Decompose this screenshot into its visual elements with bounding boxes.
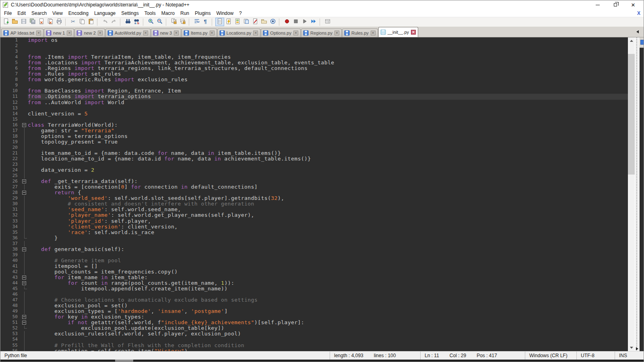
undo-button[interactable] — [101, 18, 109, 26]
status-encoding[interactable]: UTF-8 — [576, 352, 615, 360]
tab-regions.py[interactable]: Regions.py✕ — [301, 29, 342, 37]
tab-close-icon[interactable]: ✕ — [36, 31, 41, 35]
fold-collapse-marker[interactable] — [21, 275, 28, 280]
tab-ap-ideas.txt[interactable]: AP Ideas.txt✕ — [1, 29, 43, 37]
code-text — [28, 43, 628, 49]
tab-new-1[interactable]: new 1✕ — [44, 29, 74, 37]
close-all-button[interactable] — [46, 18, 55, 26]
scrollbar-thumb[interactable] — [628, 54, 635, 175]
menu-close-document-button[interactable]: X — [637, 10, 640, 16]
view-splitter-handle[interactable] — [635, 37, 640, 351]
minimize-button[interactable] — [589, 0, 607, 9]
fold-collapse-marker[interactable] — [21, 280, 28, 286]
monitoring-button[interactable] — [268, 18, 277, 26]
macro-play-button[interactable] — [300, 18, 309, 26]
sync-horizontal-scroll-button[interactable] — [178, 18, 187, 26]
restore-button[interactable] — [607, 0, 624, 9]
tab-items.py[interactable]: Items.py✕ — [182, 29, 217, 37]
tab-new-3[interactable]: new 3✕ — [151, 29, 181, 37]
code-line-39: 39 — [0, 252, 628, 258]
fold-collapse-marker[interactable] — [21, 179, 28, 184]
fold-collapse-marker[interactable] — [21, 247, 28, 252]
status-insert-mode[interactable]: INS — [615, 352, 644, 360]
folder-as-workspace-button[interactable] — [260, 18, 268, 26]
tab-close-icon[interactable]: ✕ — [143, 31, 148, 35]
macro-record-button[interactable] — [283, 18, 291, 26]
tab-rules.py[interactable]: Rules.py✕ — [342, 29, 378, 37]
macro-play-icon — [301, 18, 308, 26]
new-file-button[interactable] — [2, 18, 10, 26]
menu-language[interactable]: Language — [91, 10, 118, 17]
paste-button[interactable] — [87, 18, 95, 26]
redo-button[interactable] — [109, 18, 118, 26]
tab-new-2[interactable]: new 2✕ — [74, 29, 105, 37]
replace-button[interactable]: ab — [132, 18, 141, 26]
menu-edit[interactable]: Edit — [14, 10, 29, 17]
fold-margin — [21, 201, 28, 207]
tab-close-icon[interactable]: ✕ — [210, 31, 215, 35]
fold-margin — [21, 150, 28, 156]
zoom-out-button[interactable] — [155, 18, 164, 26]
menu-tools[interactable]: Tools — [142, 10, 159, 17]
tab-label: Options.py — [270, 31, 291, 35]
menu-?[interactable]: ? — [236, 10, 245, 17]
code-line-43: 43 for item_name in item_table: — [0, 275, 628, 280]
sync-vertical-scroll-button[interactable] — [169, 18, 178, 26]
open-file-button[interactable] — [10, 18, 19, 26]
cut-button[interactable]: ✂ — [69, 18, 78, 26]
status-eol-format[interactable]: Windows (CR LF) — [525, 352, 576, 360]
save-button[interactable] — [19, 18, 28, 26]
indent-guide-button[interactable] — [215, 18, 224, 26]
code-text — [28, 241, 628, 247]
scrollbar-track[interactable] — [628, 44, 635, 344]
menu-settings[interactable]: Settings — [118, 10, 141, 17]
scroll-down-button[interactable] — [628, 344, 635, 351]
tab-close-icon[interactable]: ✕ — [174, 31, 179, 35]
tab-close-icon[interactable]: ✕ — [293, 31, 298, 35]
tab-options.py[interactable]: Options.py✕ — [261, 29, 301, 37]
macro-run-multiple-button[interactable] — [309, 18, 318, 26]
close-button[interactable] — [37, 18, 46, 26]
tab-autoworld.py[interactable]: AutoWorld.py✕ — [105, 29, 151, 37]
macro-stop-button[interactable] — [291, 18, 300, 26]
scroll-up-button[interactable] — [628, 37, 635, 44]
menu-encoding[interactable]: Encoding — [66, 10, 91, 17]
fold-collapse-marker[interactable] — [21, 190, 28, 195]
tab-close-icon[interactable]: ✕ — [98, 31, 103, 35]
save-all-button[interactable] — [28, 18, 37, 26]
tab-close-icon[interactable]: ✕ — [371, 31, 376, 35]
tab-locations.py[interactable]: Locations.py✕ — [217, 29, 261, 37]
tab-close-icon[interactable]: ✕ — [334, 31, 339, 35]
menu-run[interactable]: Run — [178, 10, 192, 17]
fold-margin — [21, 309, 28, 314]
code-editor[interactable]: 1import os234from .Items import Terraria… — [0, 37, 628, 351]
tab-scroll-left-arrow[interactable] — [636, 30, 639, 33]
menu-window[interactable]: Window — [213, 10, 236, 17]
copy-button[interactable] — [78, 18, 87, 26]
document-map-button[interactable] — [233, 18, 242, 26]
tab-close-icon[interactable]: ✕ — [253, 31, 258, 35]
tab-__init__.py[interactable]: __init__.py✕ — [378, 27, 418, 37]
menu-search[interactable]: Search — [29, 10, 50, 17]
menu-view[interactable]: View — [50, 10, 66, 17]
menu-plugins[interactable]: Plugins — [192, 10, 213, 17]
function-list-button[interactable] — [224, 18, 233, 26]
print-button[interactable] — [55, 18, 64, 26]
close-button[interactable]: ✕ — [624, 0, 642, 9]
tab-close-icon[interactable]: ✕ — [67, 31, 72, 35]
show-all-chars-button[interactable]: ¶ — [201, 18, 210, 26]
document-switcher-button[interactable] — [242, 18, 251, 26]
style-configurator-button[interactable] — [251, 18, 260, 26]
vertical-scrollbar[interactable] — [628, 37, 635, 351]
find-button[interactable] — [124, 18, 132, 26]
fold-collapse-marker[interactable] — [21, 122, 28, 128]
fold-collapse-marker[interactable] — [21, 320, 28, 325]
zoom-in-button[interactable] — [147, 18, 155, 26]
tab-close-icon[interactable]: ✕ — [411, 30, 416, 35]
save-icon — [21, 18, 27, 26]
menu-file[interactable]: File — [1, 10, 14, 17]
word-wrap-button[interactable] — [192, 18, 201, 26]
menu-macro[interactable]: Macro — [159, 10, 178, 17]
fold-collapse-marker[interactable] — [21, 314, 28, 320]
customize-toolbar-button[interactable] — [323, 18, 332, 26]
